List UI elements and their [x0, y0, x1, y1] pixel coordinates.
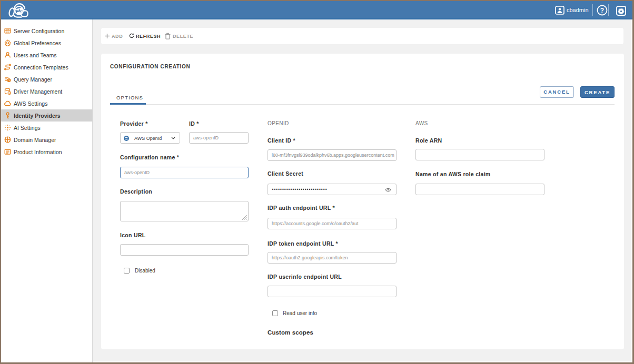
svg-text:?: ?: [600, 7, 604, 14]
